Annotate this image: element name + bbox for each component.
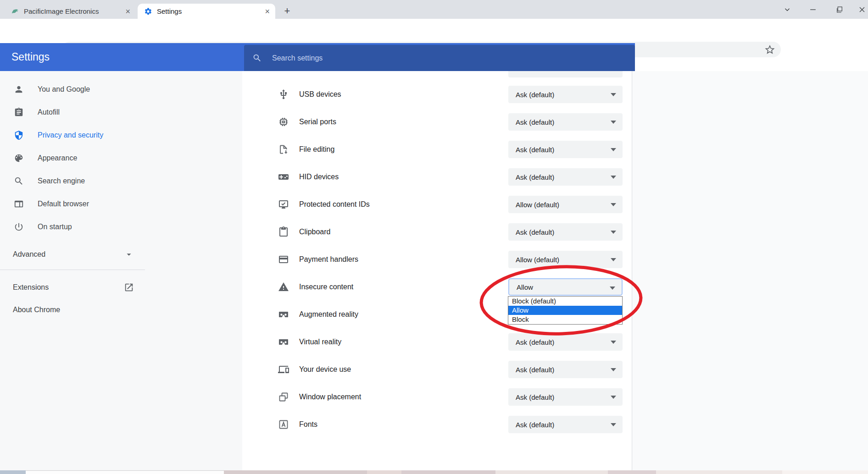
browser-toolbar: Chrome | chrome://settings/content/siteD… xyxy=(0,19,868,43)
serial-port-icon xyxy=(278,116,289,127)
sidebar-item-autofill[interactable]: Autofill xyxy=(0,101,197,124)
dolphin-logo-icon xyxy=(11,7,19,16)
permission-label: Fonts xyxy=(299,420,317,429)
fonts-icon xyxy=(278,419,289,430)
site-permissions-card: USB devices Ask (default) Serial ports A… xyxy=(242,71,632,470)
permission-label: USB devices xyxy=(299,90,341,99)
permission-select[interactable]: Ask (default) xyxy=(508,86,623,103)
tab-title: Settings xyxy=(157,7,261,15)
sidebar-item-you-and-google[interactable]: You and Google xyxy=(0,78,197,101)
permission-label: Virtual reality xyxy=(299,338,341,346)
permission-select[interactable]: Ask (default) xyxy=(508,223,623,241)
search-settings-box[interactable]: Search settings xyxy=(244,45,635,71)
permission-row-fonts: Fonts Ask (default) xyxy=(242,415,632,434)
tab-strip: PacificImage Electronics × Settings × + xyxy=(0,0,868,19)
person-icon xyxy=(14,84,24,94)
bookmark-star-icon[interactable] xyxy=(764,44,775,55)
sidebar-item-extensions[interactable]: Extensions xyxy=(13,276,49,299)
permission-row-clipboard: Clipboard Ask (default) xyxy=(242,223,632,241)
search-icon xyxy=(252,53,262,63)
permission-row-insecure-content: Insecure content Allow xyxy=(242,278,632,296)
search-placeholder: Search settings xyxy=(272,54,323,62)
browser-icon xyxy=(14,199,24,209)
insecure-content-dropdown-menu[interactable]: Block (default)AllowBlock xyxy=(508,296,623,325)
permission-select[interactable]: Ask (default) xyxy=(508,168,623,186)
browser-window: PacificImage Electronics × Settings × + xyxy=(0,0,868,474)
tab-close-icon[interactable]: × xyxy=(125,7,130,16)
sidebar-item-privacy-and-security[interactable]: Privacy and security xyxy=(0,124,197,147)
permission-label: Serial ports xyxy=(299,118,336,126)
permission-label: Clipboard xyxy=(299,228,330,236)
permission-label: Augmented reality xyxy=(299,310,358,319)
permission-select[interactable]: Ask (default) xyxy=(508,388,623,406)
settings-page: You and GoogleAutofillPrivacy and securi… xyxy=(0,71,868,474)
usb-icon xyxy=(278,89,289,100)
search-icon xyxy=(14,176,24,186)
vr-goggles-icon xyxy=(278,336,289,347)
new-tab-button[interactable]: + xyxy=(281,6,293,17)
permission-select[interactable]: Ask (default) xyxy=(508,141,623,158)
permission-select[interactable]: Ask (default) xyxy=(508,416,623,433)
permission-select[interactable]: Ask (default) xyxy=(508,113,623,131)
clipboard-icon xyxy=(278,226,289,237)
permission-row-payment-handlers: Payment handlers Allow (default) xyxy=(242,250,632,269)
dropdown-option-blockdefault[interactable]: Block (default) xyxy=(508,297,622,306)
payment-icon xyxy=(278,254,289,265)
permission-row-hid-devices: HID devices Ask (default) xyxy=(242,168,632,186)
permission-row-serial-ports: Serial ports Ask (default) xyxy=(242,113,632,131)
tab-pacificimage[interactable]: PacificImage Electronics × xyxy=(5,4,136,19)
minimize-button[interactable] xyxy=(802,0,823,19)
sidebar-item-default-browser[interactable]: Default browser xyxy=(0,193,197,215)
permission-label: Protected content IDs xyxy=(299,200,370,209)
hid-icon xyxy=(278,171,289,182)
open-in-new-icon xyxy=(124,282,134,292)
permission-label: Payment handlers xyxy=(299,255,358,264)
cutoff-dropdown[interactable] xyxy=(508,71,623,77)
sidebar-divider xyxy=(0,270,145,270)
sidebar-item-about-chrome[interactable]: About Chrome xyxy=(13,298,60,321)
sidebar-item-advanced[interactable]: Advanced xyxy=(13,243,45,266)
power-icon xyxy=(14,222,24,232)
close-window-button[interactable] xyxy=(856,0,868,19)
file-editing-icon xyxy=(278,144,289,155)
permission-label: Insecure content xyxy=(299,283,353,291)
permission-select[interactable]: Allow (default) xyxy=(508,196,623,213)
sidebar-item-on-startup[interactable]: On startup xyxy=(0,215,197,238)
permission-select[interactable]: Allow (default) xyxy=(508,251,623,268)
sidebar-item-appearance[interactable]: Appearance xyxy=(0,147,197,170)
page-right-margin xyxy=(633,71,868,470)
dropdown-option-block[interactable]: Block xyxy=(508,315,622,324)
permission-row-file-editing: File editing Ask (default) xyxy=(242,140,632,159)
permission-select[interactable]: Ask (default) xyxy=(508,333,623,351)
sidebar-item-search-engine[interactable]: Search engine xyxy=(0,170,197,193)
permission-label: Your device use xyxy=(299,365,351,374)
permission-label: HID devices xyxy=(299,173,339,181)
restore-button[interactable] xyxy=(829,0,850,19)
tab-search-chevron-icon[interactable] xyxy=(777,0,798,19)
permission-label: File editing xyxy=(299,145,334,154)
vr-goggles-icon xyxy=(278,309,289,320)
permission-select[interactable]: Allow xyxy=(508,278,623,296)
permission-row-your-device-use: Your device use Ask (default) xyxy=(242,360,632,379)
permission-row-usb-devices: USB devices Ask (default) xyxy=(242,85,632,104)
settings-gear-icon xyxy=(144,7,152,16)
autofill-icon xyxy=(14,107,24,117)
shield-icon xyxy=(14,130,24,140)
permission-row-window-placement: Window placement Ask (default) xyxy=(242,388,632,406)
settings-header: Settings Search settings xyxy=(0,43,635,71)
tab-title: PacificImage Electronics xyxy=(24,7,122,15)
tab-settings[interactable]: Settings × xyxy=(138,4,275,19)
devices-icon xyxy=(278,364,289,375)
windows-icon xyxy=(278,391,289,402)
protected-content-icon xyxy=(278,199,289,210)
dropdown-option-allow[interactable]: Allow xyxy=(508,306,622,315)
permission-select[interactable]: Ask (default) xyxy=(508,361,623,378)
chevron-down-icon[interactable] xyxy=(124,249,134,259)
tab-close-icon[interactable]: × xyxy=(265,7,270,16)
permission-row-virtual-reality: Virtual reality Ask (default) xyxy=(242,333,632,351)
warning-icon xyxy=(278,281,289,292)
page-title: Settings xyxy=(11,43,50,71)
palette-icon xyxy=(14,153,24,163)
permission-row-protected-content-ids: Protected content IDs Allow (default) xyxy=(242,195,632,214)
permission-label: Window placement xyxy=(299,393,361,401)
